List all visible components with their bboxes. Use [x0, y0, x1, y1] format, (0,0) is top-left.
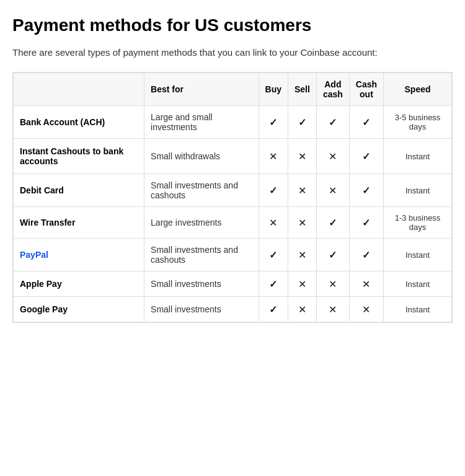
- buy-value: ✓: [259, 271, 288, 297]
- method-name: Wire Transfer: [14, 207, 144, 239]
- check-icon: ✓: [269, 279, 277, 289]
- table-body: Bank Account (ACH) Large and small inves…: [14, 106, 452, 322]
- header-method: [14, 73, 144, 106]
- cross-icon: ✕: [298, 218, 306, 228]
- check-icon: ✓: [269, 304, 277, 315]
- speed-value: 3-5 business days: [384, 106, 452, 139]
- table-row: Google Pay Small investments ✓ ✕ ✕ ✕ Ins…: [14, 297, 452, 322]
- cross-icon: ✕: [329, 279, 337, 289]
- best-for-value: Small investments: [144, 297, 259, 322]
- cross-icon: ✕: [329, 304, 337, 315]
- sell-value: ✕: [288, 139, 316, 174]
- cross-icon: ✕: [298, 250, 306, 260]
- add-cash-value: ✕: [316, 297, 349, 322]
- sell-value: ✕: [288, 271, 316, 297]
- table-row: Apple Pay Small investments ✓ ✕ ✕ ✕ Inst…: [14, 271, 452, 297]
- table-row: Wire Transfer Large investments ✕ ✕ ✓ ✓ …: [14, 207, 452, 239]
- header-buy: Buy: [259, 73, 288, 106]
- add-cash-value: ✕: [316, 271, 349, 297]
- speed-value: 1-3 business days: [384, 207, 452, 239]
- speed-value: Instant: [384, 271, 452, 297]
- cash-out-value: ✓: [349, 106, 383, 139]
- check-icon: ✓: [362, 218, 370, 228]
- add-cash-value: ✓: [316, 239, 349, 271]
- best-for-value: Small investments and cashouts: [144, 174, 259, 207]
- cash-out-value: ✕: [349, 271, 383, 297]
- check-icon: ✓: [362, 151, 370, 162]
- best-for-value: Large and small investments: [144, 106, 259, 139]
- method-name: Instant Cashouts to bank accounts: [14, 139, 144, 174]
- cross-icon: ✕: [298, 279, 306, 289]
- best-for-value: Small withdrawals: [144, 139, 259, 174]
- cross-icon: ✕: [269, 151, 277, 162]
- cross-icon: ✕: [362, 304, 370, 315]
- header-speed: Speed: [384, 73, 452, 106]
- cash-out-value: ✓: [349, 207, 383, 239]
- check-icon: ✓: [329, 250, 337, 260]
- cross-icon: ✕: [298, 185, 306, 196]
- check-icon: ✓: [329, 218, 337, 228]
- table-row: Bank Account (ACH) Large and small inves…: [14, 106, 452, 139]
- buy-value: ✓: [259, 239, 288, 271]
- method-name: Debit Card: [14, 174, 144, 207]
- table-row: Instant Cashouts to bank accounts Small …: [14, 139, 452, 174]
- method-name: Google Pay: [14, 297, 144, 322]
- header-best-for: Best for: [144, 73, 259, 106]
- add-cash-value: ✕: [316, 139, 349, 174]
- cash-out-value: ✕: [349, 297, 383, 322]
- check-icon: ✓: [362, 117, 370, 128]
- check-icon: ✓: [298, 117, 306, 128]
- buy-value: ✕: [259, 139, 288, 174]
- header-sell: Sell: [288, 73, 316, 106]
- check-icon: ✓: [269, 117, 277, 128]
- sell-value: ✕: [288, 174, 316, 207]
- buy-value: ✓: [259, 174, 288, 207]
- check-icon: ✓: [362, 185, 370, 196]
- add-cash-value: ✓: [316, 106, 349, 139]
- method-name: Apple Pay: [14, 271, 144, 297]
- table-row: PayPal Small investments and cashouts ✓ …: [14, 239, 452, 271]
- paypal-link[interactable]: PayPal: [20, 250, 48, 260]
- check-icon: ✓: [269, 250, 277, 260]
- speed-value: Instant: [384, 139, 452, 174]
- cross-icon: ✕: [329, 185, 337, 196]
- cash-out-value: ✓: [349, 239, 383, 271]
- buy-value: ✓: [259, 106, 288, 139]
- buy-value: ✕: [259, 207, 288, 239]
- payment-methods-table: Best for Buy Sell Addcash Cashout Speed …: [12, 72, 453, 323]
- speed-value: Instant: [384, 297, 452, 322]
- cross-icon: ✕: [329, 151, 337, 162]
- method-name: PayPal: [14, 239, 144, 271]
- cross-icon: ✕: [298, 304, 306, 315]
- cross-icon: ✕: [269, 218, 277, 228]
- speed-value: Instant: [384, 174, 452, 207]
- speed-value: Instant: [384, 239, 452, 271]
- add-cash-value: ✕: [316, 174, 349, 207]
- best-for-value: Small investments: [144, 271, 259, 297]
- table-header: Best for Buy Sell Addcash Cashout Speed: [14, 73, 452, 106]
- method-name: Bank Account (ACH): [14, 106, 144, 139]
- cash-out-value: ✓: [349, 139, 383, 174]
- cross-icon: ✕: [362, 279, 370, 289]
- best-for-value: Large investments: [144, 207, 259, 239]
- cross-icon: ✕: [298, 151, 306, 162]
- sell-value: ✕: [288, 297, 316, 322]
- header-cash-out: Cashout: [349, 73, 383, 106]
- check-icon: ✓: [362, 250, 370, 260]
- cash-out-value: ✓: [349, 174, 383, 207]
- sell-value: ✓: [288, 106, 316, 139]
- best-for-value: Small investments and cashouts: [144, 239, 259, 271]
- table-row: Debit Card Small investments and cashout…: [14, 174, 452, 207]
- header-add-cash: Addcash: [316, 73, 349, 106]
- buy-value: ✓: [259, 297, 288, 322]
- page-subtitle: There are several types of payment metho…: [12, 46, 453, 60]
- sell-value: ✕: [288, 239, 316, 271]
- page-title: Payment methods for US customers: [12, 15, 453, 36]
- add-cash-value: ✓: [316, 207, 349, 239]
- check-icon: ✓: [329, 117, 337, 128]
- sell-value: ✕: [288, 207, 316, 239]
- check-icon: ✓: [269, 185, 277, 196]
